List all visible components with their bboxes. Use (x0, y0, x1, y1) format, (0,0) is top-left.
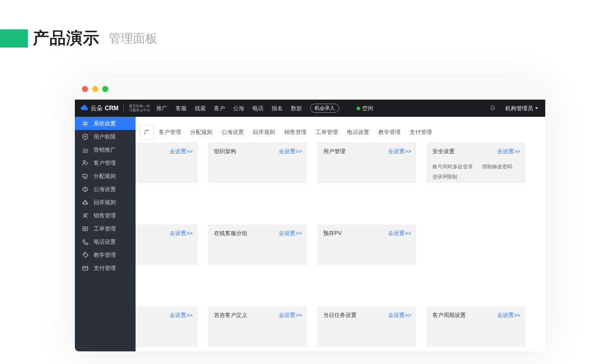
settings-card: 安全设置去设置>>账号同时多处登录强制修改密码登录IP限制 (426, 143, 526, 183)
tab-item[interactable]: 工单管理 (311, 125, 342, 140)
sidebar-item-shield[interactable]: 用户权限 (75, 130, 136, 143)
tab-item[interactable]: 客户管理 (154, 125, 186, 140)
nav-item[interactable]: 数据 (291, 105, 302, 112)
go-settings-link[interactable]: 去设置>> (169, 311, 193, 319)
sidebar-item-label: 教学管理 (94, 251, 116, 259)
sidebar-item-sea[interactable]: 公海设置 (75, 183, 136, 196)
opportunity-button[interactable]: 机会录入 (310, 104, 339, 113)
svg-point-3 (84, 213, 86, 216)
sales-icon (82, 212, 89, 219)
tab-item[interactable]: 回库规则 (248, 125, 280, 140)
sidebar-item-label: 系统设置 (94, 120, 116, 127)
settings-card: 则去设置>> (136, 306, 198, 347)
card-title: 当日任务设置 (323, 312, 357, 318)
sidebar-item-label: 营销推广 (94, 146, 116, 154)
card-row: 则去设置>>首咨客户定义去设置>>当日任务设置去设置>>客户周期设置去设置>> (136, 306, 545, 347)
settings-card: 首咨客户定义去设置>> (208, 306, 307, 347)
card-title: 首咨客户定义 (214, 312, 247, 318)
svg-point-5 (84, 253, 85, 254)
card-icon (82, 265, 89, 271)
sidebar-item-label: 客户管理 (94, 159, 116, 167)
tab-item[interactable]: 公海设置 (217, 125, 248, 140)
nav-item[interactable]: 推广 (156, 105, 167, 112)
go-settings-link[interactable]: 去设置>> (388, 148, 411, 155)
card-subitem[interactable]: 强制修改密码 (482, 163, 512, 170)
app-logo[interactable]: 云朵CRM 教育机构一站 式服务云平台 (80, 104, 150, 113)
nav-item[interactable]: 线索 (195, 105, 206, 112)
user-label: 机构管理员 (505, 105, 533, 112)
logo-divider (123, 104, 124, 113)
settings-card: 置去设置>> (136, 224, 198, 265)
rule-icon (82, 173, 89, 179)
app-body: 系统设置用户权限营销推广客户管理分配规则公海设置回库规则销售管理工单管理电话设置… (75, 117, 545, 351)
window-close-icon[interactable] (82, 86, 88, 92)
sidebar-item-settings[interactable]: 系统设置 (75, 117, 136, 130)
sidebar-item-card[interactable]: 支付管理 (75, 261, 136, 275)
svg-rect-6 (82, 266, 88, 269)
tab-item[interactable]: 分配规则 (186, 125, 217, 140)
person-icon (82, 160, 89, 166)
go-settings-link[interactable]: 去设置>> (388, 311, 411, 319)
nav-item[interactable]: 客服 (176, 105, 187, 112)
go-settings-link[interactable]: 去设置>> (497, 148, 520, 155)
sea-icon (82, 186, 89, 193)
tab-item[interactable]: 支付管理 (405, 125, 436, 140)
sidebar-item-label: 分配规则 (94, 172, 116, 180)
card-subitem[interactable]: 登录IP限制 (432, 173, 457, 180)
nav-item[interactable]: 电话 (252, 105, 264, 112)
sidebar-item-sales[interactable]: 销售管理 (75, 209, 136, 222)
settings-card: 在线客服分组去设置>> (208, 224, 307, 265)
sidebar-item-label: 公海设置 (94, 186, 116, 193)
status-indicator[interactable]: 空闲 (357, 105, 373, 112)
sidebar-item-ticket[interactable]: 工单管理 (75, 222, 136, 235)
card-title: 安全设置 (432, 148, 455, 154)
card-title: 在线客服分组 (214, 230, 247, 236)
sidebar-item-rule[interactable]: 分配规则 (75, 169, 136, 183)
main-content: 广客户管理分配规则公海设置回库规则销售管理工单管理电话设置教学管理支付管理 去设… (136, 117, 545, 351)
logo-text-en: CRM (105, 105, 118, 112)
app-bar: 云朵CRM 教育机构一站 式服务云平台 推广 客服 线索 客户 公海 电话 报名… (75, 100, 545, 117)
sidebar-item-tag[interactable]: 教学管理 (75, 248, 136, 261)
nav-item[interactable]: 报名 (272, 105, 283, 112)
logo-text-zh: 云朵 (91, 104, 103, 113)
sidebar-item-label: 电话设置 (94, 238, 116, 246)
tab-item[interactable]: 电话设置 (342, 125, 374, 140)
svg-rect-4 (83, 226, 88, 230)
nav-item[interactable]: 公海 (233, 105, 244, 112)
chart-icon (82, 147, 89, 153)
tab-item[interactable]: 广 (140, 125, 154, 140)
go-settings-link[interactable]: 去设置>> (169, 230, 193, 237)
sidebar-item-label: 用户权限 (94, 133, 116, 141)
page-subtitle: 管理面板 (109, 30, 157, 47)
bell-icon[interactable] (489, 105, 496, 112)
go-settings-link[interactable]: 去设置>> (388, 230, 411, 237)
card-row: 去设置>>组织架构去设置>>用户管理去设置>>安全设置去设置>>账号同时多处登录… (136, 143, 545, 183)
tab-item[interactable]: 教学管理 (374, 125, 405, 140)
ticket-icon (82, 225, 89, 232)
sidebar-item-chart[interactable]: 营销推广 (75, 143, 136, 156)
card-title: 用户管理 (323, 148, 345, 154)
go-settings-link[interactable]: 去设置>> (497, 311, 520, 319)
window-maximize-icon[interactable] (102, 86, 108, 92)
sidebar-item-label: 工单管理 (94, 225, 116, 233)
settings-icon (82, 120, 89, 127)
settings-card: 用户管理去设置>> (317, 143, 416, 183)
tab-item[interactable]: 销售管理 (280, 125, 311, 140)
tab-row: 广客户管理分配规则公海设置回库规则销售管理工单管理电话设置教学管理支付管理 (136, 117, 545, 140)
sidebar-item-phone[interactable]: 电话设置 (75, 235, 136, 248)
window-minimize-icon[interactable] (92, 86, 98, 92)
nav-item[interactable]: 客户 (214, 105, 225, 112)
svg-point-2 (83, 160, 85, 162)
go-settings-link[interactable]: 去设置>> (279, 230, 302, 237)
card-subitem[interactable]: 账号同时多处登录 (432, 163, 473, 170)
sidebar-item-person[interactable]: 客户管理 (75, 156, 136, 169)
sidebar-item-recycle[interactable]: 回库规则 (75, 196, 136, 209)
user-menu[interactable]: 机构管理员 (505, 105, 538, 112)
shield-icon (82, 133, 89, 140)
go-settings-link[interactable]: 去设置>> (279, 311, 302, 319)
go-settings-link[interactable]: 去设置>> (169, 148, 193, 155)
logo-tagline: 教育机构一站 式服务云平台 (129, 104, 150, 112)
sidebar-item-label: 支付管理 (94, 264, 116, 272)
svg-point-0 (84, 122, 86, 125)
go-settings-link[interactable]: 去设置>> (279, 148, 302, 155)
